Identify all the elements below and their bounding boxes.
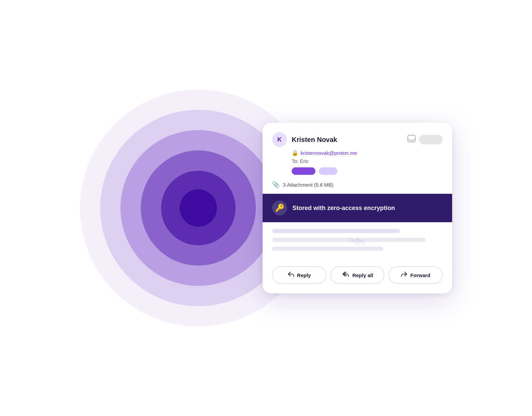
encryption-banner: 🔑 Stored with zero-access encryption	[263, 194, 452, 222]
pill-lavender	[319, 167, 337, 175]
circle-ring-6	[180, 189, 217, 227]
sender-name: Kristen Novak	[292, 136, 337, 144]
pills-row	[272, 167, 443, 175]
svg-rect-0	[408, 135, 415, 142]
to-label: To:	[292, 158, 298, 164]
sender-left: K Kristen Novak	[272, 132, 337, 147]
header-pill	[419, 135, 443, 144]
card-header: K Kristen Novak 🔒 kristennovak@prot	[263, 123, 452, 175]
reply-all-label: Reply all	[352, 272, 373, 278]
reply-button[interactable]: Reply	[272, 266, 326, 284]
body-line-1	[272, 229, 400, 233]
email-address-row: 🔒 kristennovak@proton.me	[272, 150, 443, 156]
email-card: K Kristen Novak 🔒 kristennovak@prot	[263, 123, 452, 293]
reply-icon	[288, 271, 294, 279]
encryption-text: Stored with zero-access encryption	[292, 205, 395, 212]
inbox-icon	[407, 135, 416, 144]
to-name: Eric	[300, 158, 309, 164]
key-icon: 🔑	[272, 201, 287, 215]
lock-icon: 🔒	[292, 150, 298, 156]
attachment-text: 3 Attachment (5.6 MB)	[283, 182, 333, 188]
action-buttons: Reply Reply all	[263, 261, 452, 293]
attachment-icon: 📎	[272, 181, 280, 188]
email-body: ⌁	[263, 222, 452, 261]
avatar: K	[272, 132, 287, 147]
scene: K Kristen Novak 🔒 kristennovak@prot	[80, 39, 452, 377]
forward-icon	[401, 271, 407, 279]
pill-purple	[292, 167, 315, 175]
forward-label: Forward	[410, 272, 430, 278]
body-line-3	[272, 247, 383, 251]
header-actions	[407, 135, 443, 144]
forward-button[interactable]: Forward	[389, 266, 443, 284]
attachment-row: 📎 3 Attachment (5.6 MB)	[263, 181, 452, 194]
reply-all-icon	[341, 271, 350, 279]
to-row: To: Eric	[272, 158, 443, 164]
reply-label: Reply	[297, 272, 311, 278]
email-address: kristennovak@proton.me	[301, 150, 357, 156]
sender-row: K Kristen Novak	[272, 132, 443, 147]
reply-all-button[interactable]: Reply all	[330, 266, 384, 284]
body-line-2	[272, 238, 426, 242]
